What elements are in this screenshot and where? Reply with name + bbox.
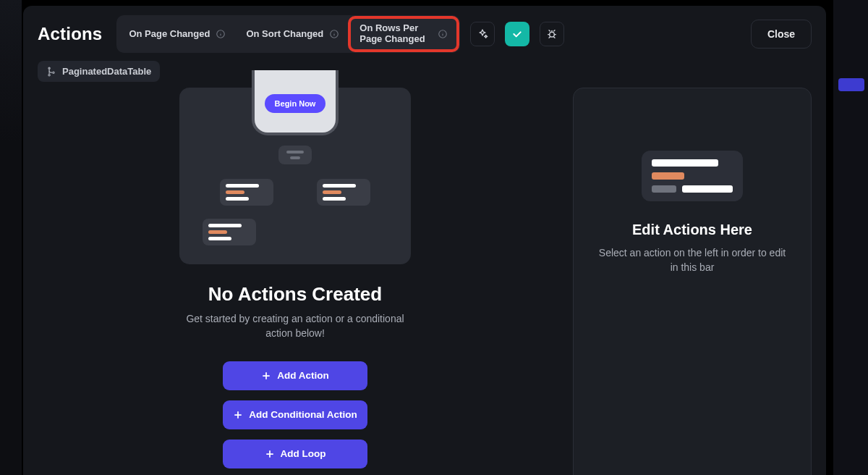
svg-point-2 — [221, 32, 221, 33]
background-accent-pill — [838, 78, 864, 91]
debug-icon-button[interactable] — [540, 22, 564, 46]
right-panel-title: Edit Actions Here — [632, 222, 752, 238]
modal-header: Actions On Page Changed On Sort Changed … — [38, 17, 812, 51]
illustration-node — [278, 146, 312, 164]
illustration-bar — [208, 224, 242, 227]
illustration-bar — [226, 197, 249, 201]
illustration-begin-pill: Begin Now — [265, 94, 326, 113]
illustration-bar — [208, 230, 227, 234]
plus-icon — [261, 371, 271, 381]
close-button[interactable]: Close — [751, 20, 812, 49]
illustration-bar — [208, 237, 231, 240]
illustration-bar — [323, 197, 346, 201]
info-icon[interactable] — [329, 29, 339, 39]
breadcrumb-label: PaginatedDataTable — [62, 66, 151, 77]
plus-icon — [233, 410, 243, 420]
magic-icon-button[interactable] — [470, 22, 495, 46]
illustration-bar — [290, 156, 300, 159]
action-buttons: Add Action Add Conditional Action Add Lo… — [223, 361, 367, 468]
left-column: Begin Now — [38, 88, 553, 458]
illustration-bar — [652, 172, 684, 180]
tab-on-sort-changed[interactable]: On Sort Changed — [236, 23, 349, 46]
background-left-strip — [0, 0, 22, 475]
illustration-bar — [652, 159, 718, 167]
sparkle-icon — [477, 28, 488, 40]
svg-point-9 — [550, 32, 555, 37]
tab-on-page-changed[interactable]: On Page Changed — [119, 23, 236, 46]
illustration-bar — [652, 185, 676, 193]
trigger-tabs: On Page Changed On Sort Changed On Rows … — [116, 15, 460, 53]
empty-state-title: No Actions Created — [208, 283, 382, 306]
edit-actions-panel: Edit Actions Here Select an action on th… — [573, 88, 812, 475]
svg-point-8 — [443, 32, 443, 33]
illustration-bar — [226, 184, 259, 188]
widget-tree-icon — [46, 67, 56, 77]
info-icon[interactable] — [216, 29, 226, 39]
illustration-node — [203, 219, 256, 245]
illustration-bar — [286, 151, 304, 154]
device-mockup: Begin Now — [252, 70, 339, 135]
info-icon[interactable] — [438, 29, 448, 39]
add-conditional-action-button[interactable]: Add Conditional Action — [223, 400, 367, 429]
background-right-strip — [833, 0, 868, 475]
empty-state-subtitle: Get started by creating an action or a c… — [172, 311, 418, 341]
illustration-node — [220, 179, 273, 206]
tab-label: On Page Changed — [129, 29, 210, 40]
modal-body: Begin Now — [38, 88, 812, 458]
button-label: Add Conditional Action — [249, 409, 357, 420]
right-panel-subtitle: Select an action on the left in order to… — [598, 245, 786, 275]
plus-icon — [265, 449, 275, 459]
add-action-button[interactable]: Add Action — [223, 361, 367, 390]
tab-on-rows-per-page-changed[interactable]: On Rows Per Page Changed — [349, 17, 458, 51]
illustration-bar — [323, 190, 341, 194]
empty-illustration: Begin Now — [179, 88, 411, 264]
illustration-bar — [226, 190, 244, 194]
illustration-bar — [323, 184, 356, 188]
check-icon — [511, 28, 523, 40]
illustration-node — [317, 179, 370, 206]
svg-point-12 — [53, 72, 54, 73]
button-label: Add Action — [277, 370, 329, 381]
illustration-bar — [682, 185, 733, 193]
right-column: Edit Actions Here Select an action on th… — [573, 88, 812, 458]
svg-point-5 — [334, 32, 335, 33]
validate-icon-button[interactable] — [505, 22, 529, 46]
button-label: Add Loop — [281, 448, 326, 459]
actions-modal: Actions On Page Changed On Sort Changed … — [23, 6, 826, 475]
bug-icon — [546, 28, 558, 40]
code-illustration — [642, 151, 743, 201]
tab-label: On Rows Per Page Changed — [359, 23, 432, 45]
add-loop-button[interactable]: Add Loop — [223, 440, 367, 468]
breadcrumb-chip[interactable]: PaginatedDataTable — [38, 61, 160, 82]
illustration-tree — [195, 146, 395, 245]
tab-label: On Sort Changed — [246, 29, 323, 40]
page-title: Actions — [38, 24, 102, 44]
breadcrumb: PaginatedDataTable — [38, 61, 812, 82]
